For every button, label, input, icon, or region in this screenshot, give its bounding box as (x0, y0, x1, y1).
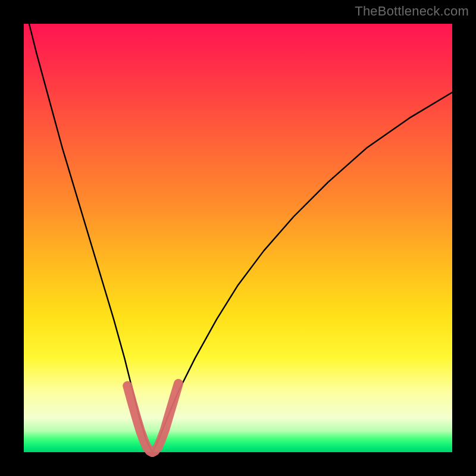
bottleneck-curve (24, 2, 452, 452)
curve-layer (24, 24, 452, 452)
bottleneck-curve-path (24, 2, 452, 452)
chart-frame: TheBottleneck.com (0, 0, 476, 476)
highlight-band (127, 384, 178, 452)
watermark-text: TheBottleneck.com (355, 4, 469, 19)
highlight-band-path (127, 384, 178, 452)
plot-area (24, 24, 452, 452)
